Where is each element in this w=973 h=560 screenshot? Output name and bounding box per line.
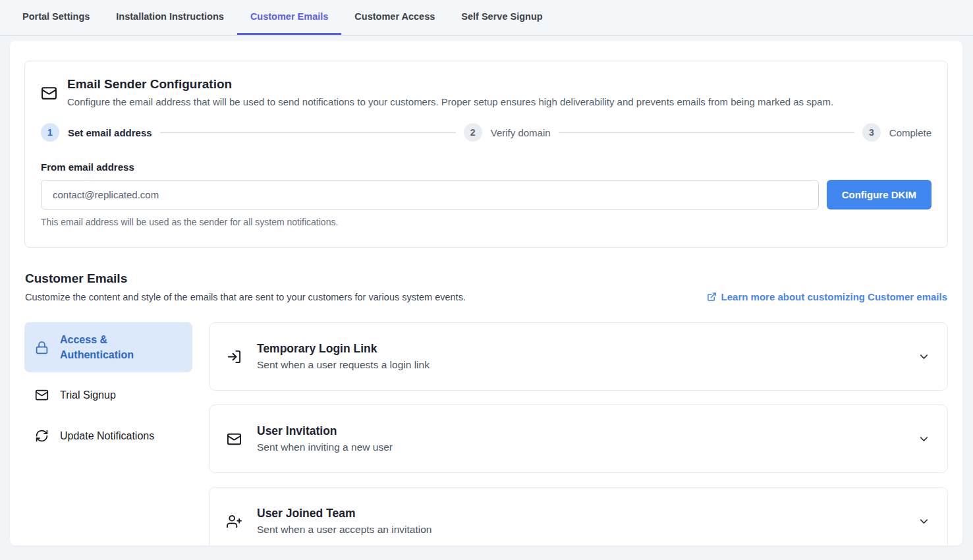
lock-icon	[35, 341, 49, 354]
sender-config-title: Email Sender Configuration	[67, 77, 833, 92]
tab-self-serve-signup[interactable]: Self Serve Signup	[448, 0, 555, 35]
email-card-title: Temporary Login Link	[257, 342, 430, 356]
step-label: Complete	[889, 127, 931, 138]
mail-icon	[227, 432, 242, 447]
chevron-down-icon[interactable]	[918, 515, 930, 528]
tab-customer-access[interactable]: Customer Access	[341, 0, 448, 35]
chevron-down-icon[interactable]	[918, 433, 930, 445]
refresh-icon	[35, 429, 49, 443]
email-card-title: User Invitation	[257, 424, 393, 438]
category-label: Trial Signup	[60, 387, 116, 403]
email-helper-text: This email address will be used as the s…	[41, 217, 931, 227]
learn-more-label: Learn more about customizing Customer em…	[721, 291, 947, 302]
email-card-subtitle: Sent when inviting a new user	[257, 441, 393, 453]
from-email-label: From email address	[41, 161, 931, 173]
email-card-subtitle: Sent when a user accepts an invitation	[257, 524, 431, 536]
sender-config-description: Configure the email address that will be…	[67, 96, 833, 107]
user-plus-icon	[227, 514, 242, 529]
configure-dkim-button[interactable]: Configure DKIM	[827, 180, 931, 210]
email-template-list: Temporary Login Link Sent when a user re…	[209, 322, 948, 546]
chevron-down-icon[interactable]	[918, 350, 930, 363]
step-number-badge: 1	[41, 123, 59, 142]
email-card-user-joined-team[interactable]: User Joined Team Sent when a user accept…	[209, 487, 948, 546]
email-card-user-invitation[interactable]: User Invitation Sent when inviting a new…	[209, 405, 948, 473]
step-label: Verify domain	[491, 127, 551, 138]
email-sender-configuration-card: Email Sender Configuration Configure the…	[24, 61, 948, 248]
step-number-badge: 2	[464, 123, 482, 142]
email-card-temporary-login-link[interactable]: Temporary Login Link Sent when a user re…	[209, 322, 948, 391]
step-number-badge: 3	[862, 123, 881, 142]
step-verify-domain: 2 Verify domain	[464, 123, 551, 142]
step-complete: 3 Complete	[862, 123, 931, 142]
step-set-email-address: 1 Set email address	[41, 123, 152, 142]
tab-customer-emails[interactable]: Customer Emails	[237, 0, 341, 35]
category-access-authentication[interactable]: Access & Authentication	[24, 322, 192, 372]
customer-emails-title: Customer Emails	[25, 271, 466, 286]
external-link-icon	[707, 292, 717, 302]
email-card-title: User Joined Team	[257, 507, 431, 520]
category-label: Access & Authentication	[60, 332, 182, 362]
from-email-input[interactable]	[41, 180, 819, 210]
category-trial-signup[interactable]: Trial Signup	[24, 378, 192, 412]
category-update-notifications[interactable]: Update Notifications	[24, 418, 192, 453]
settings-tab-bar: Portal Settings Installation Instruction…	[0, 0, 973, 36]
email-category-list: Access & Authentication Trial Signup Upd…	[24, 322, 192, 546]
learn-more-link[interactable]: Learn more about customizing Customer em…	[707, 291, 947, 302]
mail-icon	[41, 78, 57, 107]
login-icon	[227, 349, 242, 364]
tab-installation-instructions[interactable]: Installation Instructions	[103, 0, 237, 35]
step-connector	[559, 132, 854, 133]
mail-icon	[35, 388, 49, 402]
sender-config-stepper: 1 Set email address 2 Verify domain 3 Co…	[41, 123, 931, 142]
category-label: Update Notifications	[60, 428, 154, 443]
main-panel: Email Sender Configuration Configure the…	[10, 41, 962, 546]
tab-portal-settings[interactable]: Portal Settings	[9, 0, 103, 35]
email-card-subtitle: Sent when a user requests a login link	[257, 359, 430, 371]
step-connector	[160, 132, 456, 133]
customer-emails-description: Customize the content and style of the e…	[25, 292, 466, 302]
step-label: Set email address	[68, 127, 152, 138]
